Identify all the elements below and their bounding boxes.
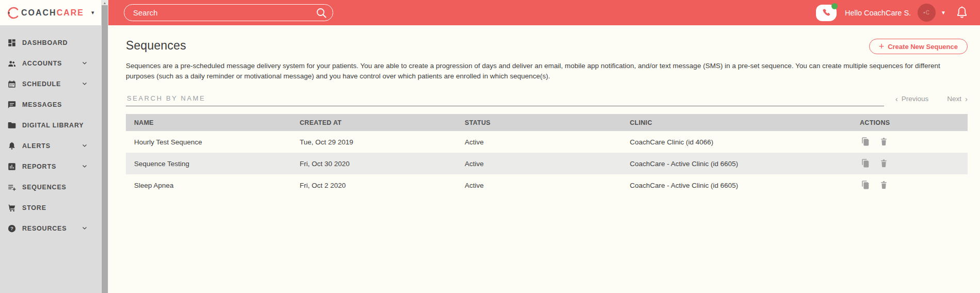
cell-name: Sequence Testing [126, 153, 291, 174]
table-row[interactable]: Sleep Apnea Fri, Oct 2 2020 Active Coach… [126, 174, 968, 196]
plus-icon: + [879, 42, 885, 51]
logo-coach-text: COACH [21, 8, 57, 17]
previous-button[interactable]: ‹ Previous [895, 94, 929, 103]
topbar: Hello CoachCare S. •C ▼ [108, 0, 980, 25]
svg-text:?: ? [10, 225, 13, 231]
column-header-name: NAME [126, 114, 291, 131]
column-header-created-at: CREATED AT [291, 114, 456, 131]
sidebar-item-schedule[interactable]: SCHEDULE [0, 74, 101, 94]
phone-icon [821, 8, 831, 18]
sidebar-item-label: ACCOUNTS [22, 60, 62, 67]
scrollbar-thumb[interactable] [102, 5, 108, 293]
trash-icon [879, 137, 889, 146]
copy-sequence-button[interactable] [860, 158, 870, 169]
content: Sequences + Create New Sequence Sequence… [108, 25, 980, 293]
delete-sequence-button[interactable] [878, 180, 889, 190]
sidebar-item-reports[interactable]: REPORTS [0, 156, 101, 177]
search-by-name-input[interactable] [126, 91, 884, 106]
sidebar-item-dashboard[interactable]: DASHBOARD [0, 32, 101, 53]
cell-clinic: CoachCare - Active Clinic (id 6605) [622, 153, 852, 174]
create-new-sequence-button[interactable]: + Create New Sequence [869, 39, 968, 54]
next-label: Next [947, 95, 961, 103]
sidebar-item-store[interactable]: STORE [0, 198, 101, 218]
chevron-down-icon [81, 59, 88, 68]
store-icon [7, 203, 17, 213]
cell-status: Active [456, 153, 622, 174]
sidebar-item-accounts[interactable]: ACCOUNTS [0, 53, 101, 74]
avatar[interactable]: •C [918, 4, 936, 22]
copy-sequence-button[interactable] [860, 137, 870, 147]
sidebar-item-alerts[interactable]: ALERTS [0, 136, 101, 156]
chevron-right-icon: › [965, 94, 968, 103]
delete-sequence-button[interactable] [878, 158, 889, 169]
sidebar-nav: DASHBOARD ACCOUNTS SCHEDULE M [0, 25, 101, 239]
copy-icon [860, 137, 870, 146]
sidebar-item-label: REPORTS [22, 163, 56, 170]
filter-row: ‹ Previous Next › [126, 91, 968, 106]
sidebar-scrollbar[interactable]: ▲ [101, 0, 108, 293]
sequences-icon [7, 183, 17, 192]
sidebar-item-label: SEQUENCES [22, 184, 67, 191]
cell-name: Hourly Test Sequence [126, 131, 291, 153]
logo-area[interactable]: COACHCARE ▾ [0, 0, 101, 25]
sidebar-item-label: ALERTS [22, 142, 51, 150]
cell-created-at: Fri, Oct 30 2020 [291, 153, 456, 174]
trash-icon [879, 180, 889, 190]
sidebar-item-label: RESOURCES [22, 225, 67, 232]
digital-library-icon [7, 121, 17, 130]
sidebar-item-messages[interactable]: MESSAGES [0, 94, 101, 115]
sidebar-item-resources[interactable]: ? RESOURCES [0, 218, 101, 239]
coachcare-logo: COACHCARE [21, 8, 84, 18]
cell-status: Active [456, 131, 622, 153]
sidebar: COACHCARE ▾ DASHBOARD ACCOUNTS [0, 0, 101, 293]
table-row[interactable]: Sequence Testing Fri, Oct 30 2020 Active… [126, 153, 968, 174]
phone-button[interactable] [816, 5, 837, 21]
sidebar-item-label: MESSAGES [22, 101, 62, 108]
sidebar-item-digital-library[interactable]: DIGITAL LIBRARY [0, 115, 101, 136]
logo-care-text: CARE [57, 8, 84, 17]
create-button-label: Create New Sequence [888, 43, 958, 51]
copy-icon [860, 180, 870, 190]
app-root: COACHCARE ▾ DASHBOARD ACCOUNTS [0, 0, 980, 293]
cell-clinic: CoachCare - Active Clinic (id 6605) [622, 174, 852, 196]
alerts-icon [7, 141, 17, 151]
online-status-dot [831, 3, 838, 9]
page-title: Sequences [126, 39, 186, 53]
table-row[interactable]: Hourly Test Sequence Tue, Oct 29 2019 Ac… [126, 131, 968, 153]
delete-sequence-button[interactable] [878, 137, 889, 147]
cell-name: Sleep Apnea [126, 174, 291, 196]
global-search [124, 4, 333, 21]
sidebar-item-label: DASHBOARD [22, 39, 68, 46]
scrollbar-up-arrow[interactable]: ▲ [101, 0, 108, 5]
sidebar-item-label: STORE [22, 204, 46, 211]
cell-created-at: Fri, Oct 2 2020 [291, 174, 456, 196]
messages-icon [7, 100, 17, 109]
resources-icon: ? [7, 224, 17, 233]
dashboard-icon [7, 38, 17, 47]
avatar-mark-icon: •C [923, 10, 930, 15]
sidebar-item-sequences[interactable]: SEQUENCES [0, 177, 101, 198]
user-menu-caret-icon[interactable]: ▼ [941, 10, 946, 15]
sidebar-item-label: DIGITAL LIBRARY [22, 122, 84, 129]
main-area: Hello CoachCare S. •C ▼ Sequences + Crea… [108, 0, 980, 293]
reports-icon [7, 162, 17, 171]
coachcare-logo-mark [7, 6, 20, 20]
notifications-bell-icon[interactable] [955, 6, 969, 20]
next-button[interactable]: Next › [947, 94, 968, 103]
logo-caret-icon[interactable]: ▾ [91, 9, 94, 16]
schedule-icon [7, 79, 17, 89]
sidebar-item-label: SCHEDULE [22, 80, 61, 88]
accounts-icon [7, 59, 17, 68]
page-description: Sequences are a pre-scheduled message de… [126, 61, 968, 81]
search-input[interactable] [124, 4, 333, 21]
search-icon[interactable] [315, 7, 328, 19]
title-row: Sequences + Create New Sequence [126, 39, 968, 54]
column-header-clinic: CLINIC [622, 114, 852, 131]
copy-sequence-button[interactable] [860, 180, 870, 190]
cell-status: Active [456, 174, 622, 196]
topbar-right: Hello CoachCare S. •C ▼ [816, 4, 969, 22]
column-header-actions: ACTIONS [852, 114, 968, 131]
table-header-row: NAME CREATED AT STATUS CLINIC ACTIONS [126, 114, 968, 131]
chevron-down-icon [81, 141, 88, 151]
sequences-table: NAME CREATED AT STATUS CLINIC ACTIONS Ho… [126, 114, 968, 196]
